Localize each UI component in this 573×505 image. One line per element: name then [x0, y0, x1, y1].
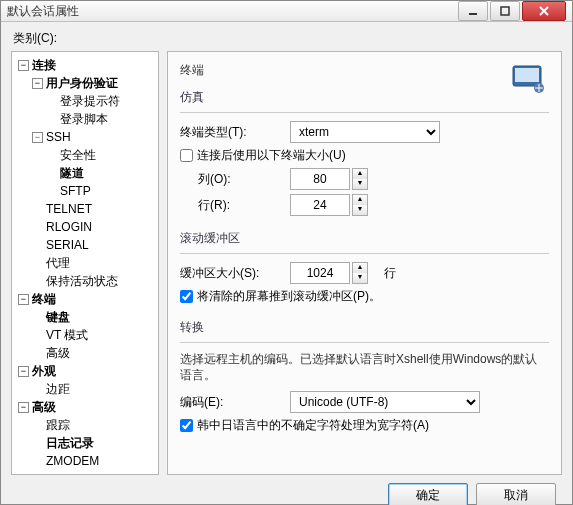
tree-node-tunnel[interactable]: 隧道 — [44, 164, 156, 182]
dialog-body: 类别(C): −连接 −用户身份验证 登录提示符 登录脚本 — [1, 22, 572, 505]
svg-rect-1 — [501, 7, 509, 15]
up-icon[interactable]: ▲ — [353, 263, 367, 273]
tree-node-vt[interactable]: VT 模式 — [30, 326, 156, 344]
tree-node-telnet[interactable]: TELNET — [30, 200, 156, 218]
cancel-button[interactable]: 取消 — [476, 483, 556, 505]
tree-node-terminal[interactable]: −终端 — [16, 290, 156, 308]
window-title: 默认会话属性 — [7, 3, 456, 20]
tree-node-security[interactable]: 安全性 — [44, 146, 156, 164]
panel-title: 终端 — [180, 62, 549, 79]
main-row: −连接 −用户身份验证 登录提示符 登录脚本 — [11, 51, 562, 475]
tree-node-sftp[interactable]: SFTP — [44, 182, 156, 200]
use-size-label: 连接后使用以下终端大小(U) — [197, 147, 346, 164]
rows-spinner[interactable]: ▲▼ — [352, 194, 368, 216]
tree-node-margins[interactable]: 边距 — [30, 380, 156, 398]
buffer-spinner[interactable]: ▲▼ — [352, 262, 368, 284]
category-tree[interactable]: −连接 −用户身份验证 登录提示符 登录脚本 — [11, 51, 159, 475]
rows-label: 行(R): — [198, 197, 290, 214]
collapse-icon[interactable]: − — [32, 78, 43, 89]
wide-char-checkbox[interactable] — [180, 419, 193, 432]
encoding-select[interactable]: Unicode (UTF-8) — [290, 391, 480, 413]
tree-node-trace[interactable]: 跟踪 — [30, 416, 156, 434]
svg-rect-5 — [515, 68, 539, 82]
tree-node-proxy[interactable]: 代理 — [30, 254, 156, 272]
tree-node-zmodem[interactable]: ZMODEM — [30, 452, 156, 470]
encoding-desc: 选择远程主机的编码。已选择默认语言时Xshell使用Windows的默认语言。 — [180, 351, 549, 383]
group-emulation: 仿真 — [180, 89, 549, 106]
use-size-checkbox[interactable] — [180, 149, 193, 162]
tree-node-login-prompt[interactable]: 登录提示符 — [44, 92, 156, 110]
buffer-size-label: 缓冲区大小(S): — [180, 265, 290, 282]
down-icon[interactable]: ▼ — [353, 179, 367, 189]
tree-node-login-script[interactable]: 登录脚本 — [44, 110, 156, 128]
tree-node-appearance[interactable]: −外观 — [16, 362, 156, 380]
separator — [180, 253, 549, 254]
ok-button[interactable]: 确定 — [388, 483, 468, 505]
tree-node-keyboard[interactable]: 键盘 — [30, 308, 156, 326]
up-icon[interactable]: ▲ — [353, 169, 367, 179]
group-scroll: 滚动缓冲区 — [180, 230, 549, 247]
tree-node-connection[interactable]: −连接 — [16, 56, 156, 74]
encoding-label: 编码(E): — [180, 394, 290, 411]
separator — [180, 112, 549, 113]
dialog: 默认会话属性 类别(C): −连接 −用户身份验证 — [0, 0, 573, 505]
close-button[interactable] — [522, 1, 566, 21]
cols-label: 列(O): — [198, 171, 290, 188]
tree-node-keepalive[interactable]: 保持活动状态 — [30, 272, 156, 290]
cols-input[interactable] — [290, 168, 350, 190]
tree-node-logging[interactable]: 日志记录 — [30, 434, 156, 452]
tree-node-serial[interactable]: SERIAL — [30, 236, 156, 254]
collapse-icon[interactable]: − — [18, 366, 29, 377]
rows-input[interactable] — [290, 194, 350, 216]
dialog-footer: 确定 取消 — [11, 475, 562, 505]
tree-node-advanced[interactable]: −高级 — [16, 398, 156, 416]
down-icon[interactable]: ▼ — [353, 205, 367, 215]
titlebar: 默认会话属性 — [1, 1, 572, 22]
settings-panel: 终端 仿真 终端类型(T): xterm 连接后使用以下终端大小(U) 列(O)… — [167, 51, 562, 475]
wide-char-label: 韩中日语言中的不确定字符处理为宽字符(A) — [197, 417, 429, 434]
buffer-size-input[interactable] — [290, 262, 350, 284]
down-icon[interactable]: ▼ — [353, 273, 367, 283]
group-conversion: 转换 — [180, 319, 549, 336]
buffer-unit: 行 — [384, 265, 396, 282]
category-label: 类别(C): — [13, 30, 562, 47]
terminal-type-label: 终端类型(T): — [180, 124, 290, 141]
push-scroll-checkbox[interactable] — [180, 290, 193, 303]
collapse-icon[interactable]: − — [18, 294, 29, 305]
separator — [180, 342, 549, 343]
terminal-type-select[interactable]: xterm — [290, 121, 440, 143]
minimize-button[interactable] — [458, 1, 488, 21]
cols-spinner[interactable]: ▲▼ — [352, 168, 368, 190]
collapse-icon[interactable]: − — [32, 132, 43, 143]
collapse-icon[interactable]: − — [18, 60, 29, 71]
tree-node-rlogin[interactable]: RLOGIN — [30, 218, 156, 236]
maximize-button[interactable] — [490, 1, 520, 21]
tree-node-auth[interactable]: −用户身份验证 — [30, 74, 156, 92]
terminal-icon — [511, 64, 547, 94]
collapse-icon[interactable]: − — [18, 402, 29, 413]
tree-node-adv-terminal[interactable]: 高级 — [30, 344, 156, 362]
up-icon[interactable]: ▲ — [353, 195, 367, 205]
push-scroll-label: 将清除的屏幕推到滚动缓冲区(P)。 — [197, 288, 381, 305]
tree-node-ssh[interactable]: −SSH — [30, 128, 156, 146]
